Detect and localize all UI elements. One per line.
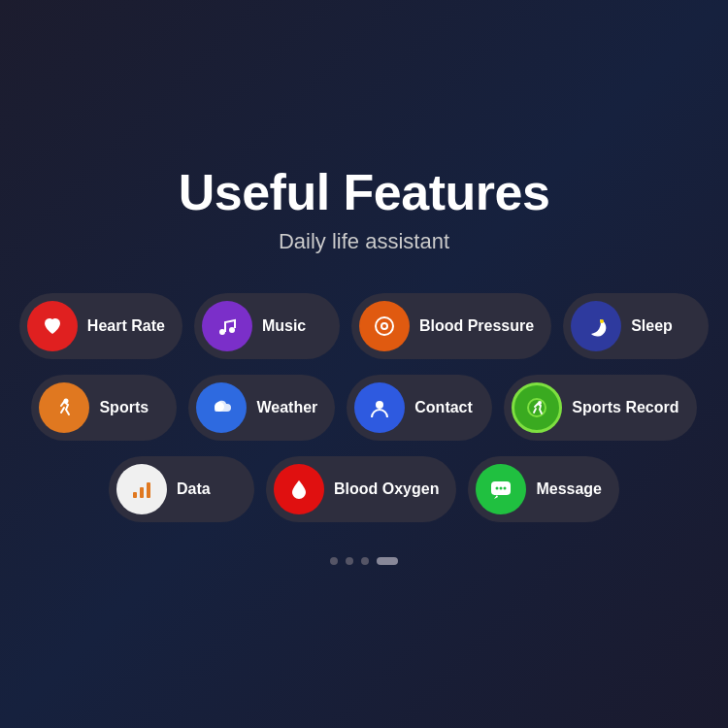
music-label: Music <box>262 317 306 335</box>
feature-contact[interactable]: Contact <box>347 375 492 441</box>
page-subtitle: Daily life assistant <box>279 229 449 254</box>
feature-blood-oxygen[interactable]: Blood Oxygen <box>266 456 456 522</box>
weather-label: Weather <box>256 399 317 416</box>
features-row-2: Sports Weather Contact <box>31 375 696 441</box>
sleep-icon <box>571 301 621 351</box>
feature-sports[interactable]: Sports <box>31 375 177 441</box>
features-row-1: Heart Rate Music Blood Pressure <box>19 293 709 359</box>
features-grid: Heart Rate Music Blood Pressure <box>19 293 709 522</box>
blood-oxygen-label: Blood Oxygen <box>334 480 439 498</box>
sports-record-icon <box>512 382 562 433</box>
pagination-dot-1[interactable] <box>330 557 338 565</box>
heart-rate-label: Heart Rate <box>87 317 165 335</box>
pagination <box>330 557 398 565</box>
message-label: Message <box>536 480 602 498</box>
svg-point-7 <box>376 401 383 409</box>
blood-pressure-label: Blood Pressure <box>419 317 534 335</box>
sports-icon <box>39 382 89 433</box>
feature-music[interactable]: Music <box>194 293 340 359</box>
svg-point-3 <box>382 324 386 328</box>
feature-blood-pressure[interactable]: Blood Pressure <box>351 293 551 359</box>
svg-rect-10 <box>133 492 137 498</box>
svg-point-8 <box>528 399 546 416</box>
sports-record-label: Sports Record <box>572 399 678 416</box>
pagination-dot-active[interactable] <box>377 557 398 565</box>
svg-rect-12 <box>147 482 150 498</box>
sports-label: Sports <box>99 399 149 416</box>
features-row-3: Data Blood Oxygen Message <box>109 456 619 522</box>
data-icon <box>116 464 167 514</box>
blood-oxygen-icon <box>274 464 324 514</box>
sleep-label: Sleep <box>631 317 673 335</box>
svg-point-14 <box>496 487 499 490</box>
svg-point-15 <box>500 487 503 490</box>
feature-heart-rate[interactable]: Heart Rate <box>19 293 182 359</box>
data-label: Data <box>177 480 211 498</box>
feature-weather[interactable]: Weather <box>188 375 335 441</box>
svg-rect-11 <box>140 487 144 498</box>
message-icon <box>476 464 526 514</box>
blood-pressure-icon <box>359 301 410 351</box>
feature-data[interactable]: Data <box>109 456 254 522</box>
pagination-dot-3[interactable] <box>361 557 369 565</box>
heart-rate-icon <box>27 301 78 351</box>
music-icon <box>202 301 252 351</box>
svg-point-4 <box>600 319 604 323</box>
pagination-dot-2[interactable] <box>346 557 353 565</box>
weather-icon <box>196 382 247 433</box>
page-title: Useful Features <box>179 163 550 221</box>
feature-message[interactable]: Message <box>468 456 619 522</box>
contact-label: Contact <box>414 399 473 416</box>
feature-sports-record[interactable]: Sports Record <box>504 375 696 441</box>
feature-sleep[interactable]: Sleep <box>563 293 709 359</box>
contact-icon <box>354 382 405 433</box>
svg-point-16 <box>504 487 507 490</box>
